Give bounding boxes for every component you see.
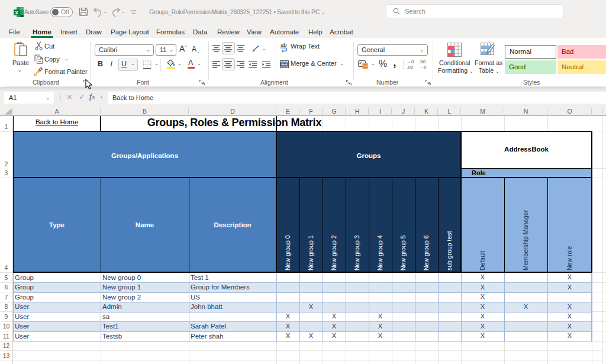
svg-text:x: x: [15, 9, 18, 15]
